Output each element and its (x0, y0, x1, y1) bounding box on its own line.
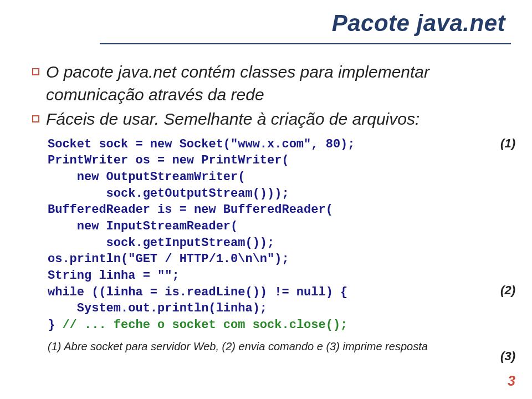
bullet-square-icon (32, 115, 39, 122)
annotation-1: (1) (500, 136, 515, 151)
bullet-text: Fáceis de usar. Semelhante à criação de … (46, 108, 505, 131)
bullet-square-icon (32, 68, 39, 75)
bullet-text: O pacote java.net contém classes para im… (46, 61, 505, 106)
code-line: BufferedReader is = new BufferedReader( (48, 203, 333, 217)
code-comment: // ... feche o socket com sock.close(); (62, 318, 347, 332)
content: O pacote java.net contém classes para im… (32, 61, 505, 353)
title-area: Pacote java.net (0, 10, 511, 37)
code-line: os.println("GET / HTTP/1.0\n\n"); (48, 252, 289, 266)
page-number: 3 (508, 373, 515, 389)
annotation-3: (3) (500, 349, 515, 364)
code-line: while ((linha = is.readLine()) != null) … (48, 285, 347, 299)
bullet-item: Fáceis de usar. Semelhante à criação de … (32, 108, 505, 131)
code-line: new OutputStreamWriter( (48, 170, 245, 184)
code-line: sock.getOutputStream())); (48, 187, 289, 201)
code-line: sock.getInputStream()); (48, 236, 274, 250)
code-line: new InputStreamReader( (48, 219, 238, 233)
bullet-item: O pacote java.net contém classes para im… (32, 61, 505, 106)
title-rule (100, 43, 511, 44)
slide: Pacote java.net O pacote java.net contém… (0, 0, 532, 399)
code-line: System.out.println(linha); (48, 301, 267, 315)
code-line: } (48, 318, 62, 332)
code-block-wrap: Socket sock = new Socket("www.x.com", 80… (48, 136, 505, 334)
annotation-2: (2) (500, 283, 515, 298)
footnote-line: (1) Abre socket para servidor Web, (2) e… (48, 340, 505, 353)
page-title: Pacote java.net (0, 10, 505, 37)
code-block: Socket sock = new Socket("www.x.com", 80… (48, 136, 505, 334)
code-line: String linha = ""; (48, 269, 180, 283)
code-line: PrintWriter os = new PrintWriter( (48, 154, 289, 167)
code-line: Socket sock = new Socket("www.x.com", 80… (48, 137, 355, 151)
